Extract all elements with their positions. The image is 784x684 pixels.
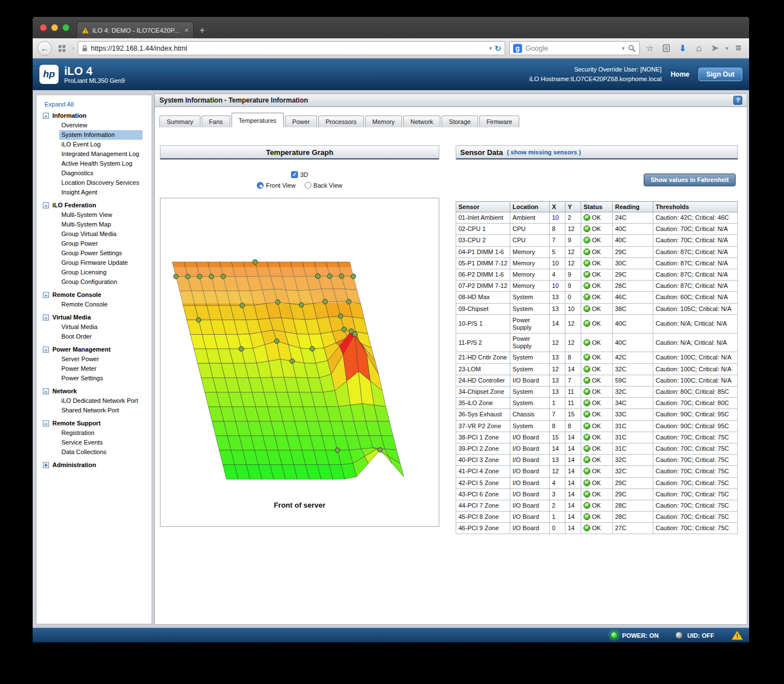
sidebar-item-ilo-event-log[interactable]: iLO Event Log [59, 140, 142, 149]
status-ok-icon [583, 411, 590, 417]
sensor-point-marker [221, 274, 226, 279]
sidebar-item-multi-system-map[interactable]: Multi-System Map [59, 220, 142, 229]
collapse-toggle-icon[interactable]: - [43, 202, 49, 208]
status-cell: OK [581, 477, 613, 488]
search-engine-label[interactable]: Google [525, 45, 618, 52]
table-row: 42-PCI 5 ZoneI/O Board414OK29CCaution: 7… [456, 477, 738, 488]
back-view-option[interactable]: Back View [305, 182, 342, 189]
status-cell: OK [581, 269, 613, 280]
temperature-graph-box: Front of server [160, 198, 439, 527]
menu-icon[interactable]: ≡ [732, 42, 745, 55]
sidebar-item-boot-order[interactable]: Boot Order [59, 332, 142, 341]
url-bar[interactable]: https://192.168.1.44/index.html ▾ ↻ [78, 41, 505, 55]
sidebar-item-data-collections[interactable]: Data Collections [59, 447, 142, 457]
share-icon[interactable] [709, 42, 721, 55]
sidebar-item-service-events[interactable]: Service Events [59, 438, 142, 447]
back-view-radio[interactable] [305, 182, 311, 189]
zoom-window-button[interactable] [63, 24, 69, 31]
sidebar-item-server-power[interactable]: Server Power [59, 354, 142, 364]
sidebar-item-system-information[interactable]: System Information [59, 130, 142, 140]
search-bar[interactable]: g Google ▾ [509, 41, 640, 55]
downloads-icon[interactable]: ⬇ [676, 42, 689, 55]
tab-summary[interactable]: Summary [159, 116, 201, 127]
bookmark-star-icon[interactable]: ☆ [644, 42, 656, 55]
expand-all-link[interactable]: Expand All [44, 101, 152, 108]
sidebar-item-shared-network-port[interactable]: Shared Network Port [59, 406, 142, 415]
uid-status: UID: OFF [687, 632, 714, 639]
sign-out-button[interactable]: Sign Out [698, 68, 742, 81]
tab-processors[interactable]: Processors [318, 116, 364, 127]
minimize-window-button[interactable] [51, 24, 58, 31]
tab-temperatures[interactable]: Temperatures [231, 113, 284, 127]
sensor-point-marker [299, 303, 304, 308]
sidebar-item-group-firmware-update[interactable]: Group Firmware Update [59, 258, 142, 268]
tab-memory[interactable]: Memory [365, 116, 402, 127]
home-link[interactable]: Home [671, 70, 689, 78]
front-view-option[interactable]: Front View [257, 182, 295, 189]
sidebar-item-overview[interactable]: Overview [59, 121, 142, 130]
sidebar-item-group-power-settings[interactable]: Group Power Settings [59, 248, 142, 258]
help-button[interactable]: ? [733, 96, 742, 105]
reading-list-icon[interactable] [660, 42, 672, 55]
temperature-graph-panel: Temperature Graph 3D Front View Back Vie… [160, 145, 439, 527]
sidebar-item-insight-agent[interactable]: Insight Agent [59, 188, 142, 197]
table-row: 24-HD ControllerI/O Board137OK59CCaution… [456, 375, 738, 386]
table-row: 40-PCI 3 ZoneI/O Board1314OK32CCaution: … [456, 455, 738, 466]
fahrenheit-button[interactable]: Show values in Fahrenheit [644, 174, 736, 186]
tab-close-icon[interactable]: × [184, 26, 189, 34]
search-dropdown-icon[interactable]: ▾ [622, 45, 625, 51]
search-icon[interactable] [628, 45, 636, 52]
sidebar-item-location-discovery-services[interactable]: Location Discovery Services [59, 178, 142, 188]
browser-tab[interactable]: ! iLO 4: DEMO - ILO7CE420P... × [77, 21, 194, 38]
browser-toolbar: ← › https://192.168.1.44/index.html ▾ ↻ … [33, 38, 749, 59]
tab-fans[interactable]: Fans [202, 116, 230, 127]
url-dropdown-icon[interactable]: ▾ [489, 45, 492, 51]
back-button[interactable]: ← [37, 41, 52, 56]
sidebar-item-power-meter[interactable]: Power Meter [59, 364, 142, 374]
tab-power[interactable]: Power [285, 116, 317, 127]
sidebar-item-diagnostics[interactable]: Diagnostics [59, 168, 142, 178]
collapse-toggle-icon[interactable]: - [43, 113, 49, 119]
sidebar-item-registration[interactable]: Registration [59, 428, 142, 438]
sidebar-section: -Remote Console [43, 291, 152, 298]
show-missing-sensors-link[interactable]: ( show missing sensors ) [507, 149, 581, 156]
column-header-location: Location [510, 202, 550, 212]
collapse-toggle-icon[interactable]: - [43, 388, 49, 394]
sidebar-item-power-settings[interactable]: Power Settings [59, 374, 142, 383]
sidebar-item-integrated-management-log[interactable]: Integrated Management Log [59, 149, 142, 159]
tab-title: iLO 4: DEMO - ILO7CE420P... [92, 27, 181, 34]
home-icon[interactable]: ⌂ [693, 42, 705, 55]
sidebar-item-group-configuration[interactable]: Group Configuration [59, 277, 142, 287]
sidebar-item-active-health-system-log[interactable]: Active Health System Log [59, 159, 142, 168]
collapse-toggle-icon[interactable]: - [43, 420, 49, 427]
table-row: 35-iLO ZoneSystem111OK34CCaution: 70C; C… [456, 398, 738, 409]
status-ok-icon [583, 294, 590, 300]
sidebar-item-group-licensing[interactable]: Group Licensing [59, 268, 142, 277]
url-text[interactable]: https://192.168.1.44/index.html [91, 45, 486, 52]
sidebar-item-remote-console[interactable]: Remote Console [59, 300, 142, 309]
collapse-toggle-icon[interactable]: - [43, 292, 49, 298]
3d-checkbox[interactable] [291, 171, 298, 178]
status-cell: OK [581, 352, 613, 363]
front-view-label: Front View [266, 182, 295, 189]
reload-icon[interactable]: ↻ [495, 44, 501, 53]
sidebar-item-multi-system-view[interactable]: Multi-System View [59, 210, 142, 220]
sidebar-item-virtual-media[interactable]: Virtual Media [59, 322, 142, 332]
sidebar-item-group-virtual-media[interactable]: Group Virtual Media [59, 229, 142, 239]
uid-led-icon[interactable] [675, 632, 683, 639]
tab-firmware[interactable]: Firmware [479, 116, 520, 127]
close-window-button[interactable] [40, 24, 47, 31]
collapse-toggle-icon[interactable]: - [43, 347, 49, 353]
toolbar-dropdown-icon[interactable]: ▾ [725, 45, 728, 51]
expand-toggle-icon[interactable]: + [43, 462, 49, 468]
sensor-point-marker [310, 347, 315, 352]
front-view-radio[interactable] [257, 182, 264, 189]
warning-icon[interactable]: ! [731, 630, 743, 641]
tab-storage[interactable]: Storage [442, 116, 478, 127]
site-grid-icon[interactable] [56, 42, 68, 55]
sidebar-item-group-power[interactable]: Group Power [59, 239, 142, 248]
sidebar-item-ilo-dedicated-network-port[interactable]: iLO Dedicated Network Port [59, 396, 142, 406]
new-tab-button[interactable]: + [199, 25, 205, 35]
collapse-toggle-icon[interactable]: - [43, 314, 49, 321]
tab-network[interactable]: Network [403, 116, 440, 127]
